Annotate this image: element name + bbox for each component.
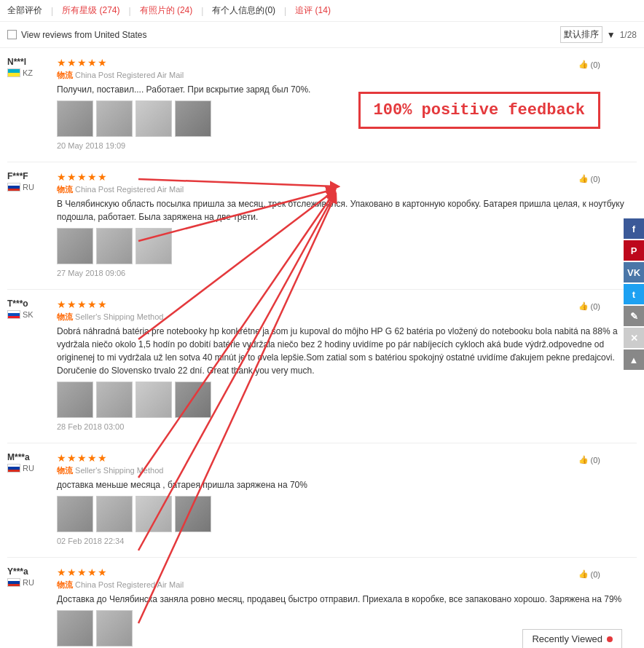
- shipping-info: 物流 Seller's Shipping Method: [57, 465, 637, 476]
- us-reviews-bar: View reviews from United States 默认排序 ▼ 1…: [0, 22, 644, 48]
- review-thumb[interactable]: [57, 228, 93, 264]
- review-text: Получил, поставил.... Работает. При вскр…: [57, 83, 637, 96]
- review-thumb[interactable]: [175, 496, 211, 532]
- review-date: 28 Feb 2018 03:00: [57, 422, 637, 431]
- facebook-button[interactable]: f: [624, 218, 644, 239]
- review-date: 02 Feb 2018 22:34: [57, 537, 637, 545]
- us-label: View reviews from United States: [21, 30, 147, 40]
- country-code: RU: [23, 578, 34, 587]
- country-flag-kz: [7, 68, 20, 77]
- review-item: M***a RU ★ ★ ★ ★ ★ 物流: [7, 443, 637, 558]
- twitter-button[interactable]: t: [624, 284, 644, 304]
- reviewer-name: M***a: [7, 452, 51, 462]
- review-images: [57, 496, 637, 532]
- reviewer-name: F***F: [7, 171, 51, 181]
- filter-stars[interactable]: 所有星级 (274): [62, 4, 119, 17]
- star-rating: ★ ★ ★ ★ ★: [57, 57, 637, 68]
- scroll-up-button[interactable]: ▲: [624, 349, 644, 370]
- review-item: F***F RU ★ ★ ★ ★ ★ 物流: [7, 162, 637, 290]
- reviews-container: 100% positive feedback N***l KZ ★ ★ ★: [0, 48, 644, 648]
- review-thumb[interactable]: [57, 496, 93, 532]
- pinterest-button[interactable]: P: [624, 240, 644, 261]
- review-thumb[interactable]: [175, 382, 211, 418]
- country-code: RU: [23, 464, 34, 473]
- review-thumb[interactable]: [96, 382, 133, 418]
- thumbs-up-icon: 👍: [578, 60, 589, 69]
- review-thumb[interactable]: [136, 228, 172, 264]
- sort-dropdown[interactable]: 默认排序: [560, 26, 602, 43]
- review-text: доставка меньше месяца , батарея пришла …: [57, 478, 637, 491]
- review-images: [57, 382, 637, 418]
- review-thumb[interactable]: [57, 610, 93, 647]
- helpful-button[interactable]: 👍 (0): [578, 60, 600, 69]
- filter-photo[interactable]: 有照片的 (24): [140, 4, 193, 17]
- review-item: T***o SK ★ ★ ★ ★ ★ 物流: [7, 290, 637, 443]
- star-rating: ★ ★ ★ ★ ★: [57, 566, 637, 578]
- shipping-info: 物流 Seller's Shipping Method: [57, 312, 637, 323]
- country-code: RU: [23, 183, 34, 191]
- close-button[interactable]: ✕: [624, 328, 644, 348]
- page-info: 1/28: [620, 30, 637, 40]
- review-thumb[interactable]: [136, 382, 172, 418]
- reviews-list: N***l KZ ★ ★ ★ ★ ★ 物流: [7, 48, 637, 648]
- thumbs-up-icon: 👍: [578, 455, 589, 465]
- recently-viewed-label: Recently Viewed: [532, 633, 602, 644]
- us-checkbox[interactable]: [7, 30, 17, 39]
- review-date: 20 May 2018 19:09: [57, 141, 637, 150]
- star-rating: ★ ★ ★ ★ ★: [57, 299, 637, 310]
- star-rating: ★ ★ ★ ★ ★: [57, 171, 637, 183]
- helpful-button[interactable]: 👍 (0): [578, 174, 600, 183]
- recently-viewed-bar[interactable]: Recently Viewed: [522, 629, 622, 648]
- social-sidebar: f P VK t ✎ ✕ ▲: [624, 218, 644, 370]
- reviewer-name: T***o: [7, 299, 51, 309]
- sort-icon: ▼: [607, 30, 616, 40]
- reviewer-name: N***l: [7, 57, 51, 67]
- shipping-info: 物流 China Post Registered Air Mail: [57, 184, 637, 195]
- helpful-button[interactable]: 👍 (0): [578, 455, 600, 465]
- review-thumb[interactable]: [175, 100, 211, 137]
- review-thumb[interactable]: [96, 610, 133, 647]
- thumbs-up-icon: 👍: [578, 301, 589, 311]
- review-images: [57, 228, 637, 264]
- country-flag-ru: [7, 183, 20, 191]
- review-item: N***l KZ ★ ★ ★ ★ ★ 物流: [7, 48, 637, 162]
- country-flag-ru: [7, 578, 20, 587]
- country-code: KZ: [23, 68, 33, 77]
- filter-all[interactable]: 全部评价: [7, 4, 42, 17]
- thumbs-up-icon: 👍: [578, 174, 589, 183]
- thumbs-up-icon: 👍: [578, 569, 589, 579]
- helpful-button[interactable]: 👍 (0): [578, 569, 600, 579]
- vk-button[interactable]: VK: [624, 262, 644, 282]
- review-text: В Челябинскую область посылка пришла за …: [57, 197, 637, 224]
- review-thumb[interactable]: [57, 382, 93, 418]
- review-thumb[interactable]: [96, 100, 133, 137]
- country-flag-sk: [7, 310, 20, 319]
- helpful-button[interactable]: 👍 (0): [578, 301, 600, 311]
- star-rating: ★ ★ ★ ★ ★: [57, 452, 637, 464]
- shipping-info: 物流 China Post Registered Air Mail: [57, 70, 637, 81]
- review-images: [57, 100, 637, 137]
- review-date: 27 May 2018 09:06: [57, 269, 637, 277]
- shipping-info: 物流 China Post Registered Air Mail: [57, 580, 637, 590]
- review-thumb[interactable]: [136, 100, 172, 137]
- country-flag-ru: [7, 464, 20, 473]
- recently-viewed-icon: [607, 636, 613, 642]
- filter-followup[interactable]: 追评 (14): [295, 4, 331, 17]
- edit-button[interactable]: ✎: [624, 306, 644, 326]
- reviewer-name: Y***a: [7, 566, 51, 577]
- review-thumb[interactable]: [57, 100, 93, 137]
- review-thumb[interactable]: [96, 496, 133, 532]
- country-code: SK: [23, 310, 34, 319]
- review-text: Dobrá náhradná batéria pre notebooky hp …: [57, 325, 637, 377]
- review-text: Доставка до Челябинска заняла ровно меся…: [57, 593, 637, 606]
- filter-personal[interactable]: 有个人信息的(0): [212, 4, 275, 17]
- review-thumb[interactable]: [136, 496, 172, 532]
- filter-bar: 全部评价 | 所有星级 (274) | 有照片的 (24) | 有个人信息的(0…: [0, 0, 644, 22]
- review-thumb[interactable]: [96, 228, 133, 264]
